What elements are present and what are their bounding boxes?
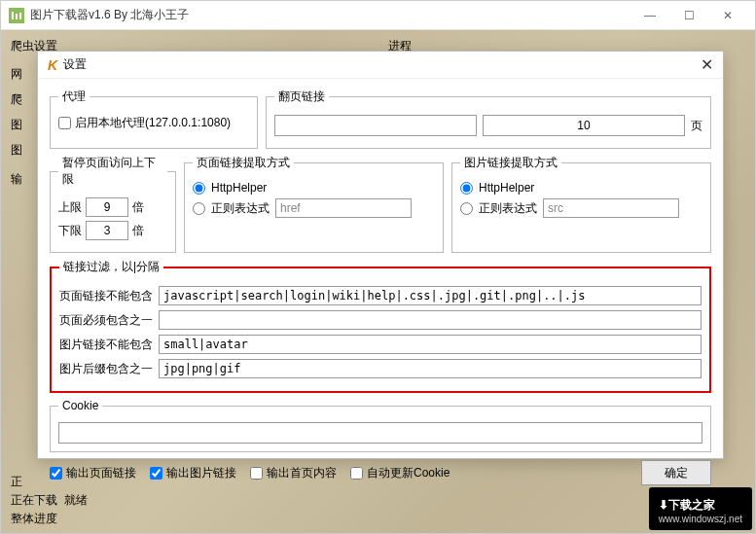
cookie-fieldset: Cookie [50,399,711,452]
auto-cookie-checkbox[interactable] [350,467,363,480]
dialog-titlebar: K 设置 ✕ [38,52,723,79]
watermark: ⬇下载之家 www.windowszj.net [649,487,752,530]
img-extract-http-radio[interactable] [460,182,473,195]
pagelink-url-input[interactable] [274,115,477,136]
dialog-icon: K [48,57,57,73]
enable-proxy-checkbox[interactable] [58,117,71,129]
window-title: 图片下载器v1.6 By 北海小王子 [30,7,630,23]
proxy-fieldset: 代理 启用本地代理(127.0.0.1:1080) [50,89,258,149]
out-home-checkbox[interactable] [250,467,263,480]
titlebar: 图片下载器v1.6 By 北海小王子 — ☐ ✕ [1,1,755,30]
page-exclude-input[interactable] [159,286,702,305]
pause-upper-input[interactable] [86,197,128,217]
pagelink-fieldset: 翻页链接 页 [266,89,711,149]
download-arrow-icon: ⬇ [659,498,668,512]
img-extract-regex-radio[interactable] [460,202,473,215]
pause-fieldset: 暂停页面访问上下限 上限 倍 下限 倍 [50,155,176,253]
pagelink-count-input[interactable] [483,115,685,136]
ok-button[interactable]: 确定 [641,460,711,485]
maximize-button[interactable]: ☐ [669,1,708,30]
img-extract-fieldset: 图片链接提取方式 HttpHelper 正则表达式 [451,155,711,253]
side-labels: 网 爬 图 图 输 [11,63,22,194]
img-extract-regex-input[interactable] [543,198,679,218]
page-extract-regex-radio[interactable] [193,202,205,215]
img-exclude-input[interactable] [159,335,702,354]
filter-fieldset: 链接过滤，以|分隔 页面链接不能包含 页面必须包含之一 图片链接不能包含 图片后… [50,259,711,393]
dialog-close-button[interactable]: ✕ [701,55,713,74]
pause-lower-input[interactable] [86,221,128,240]
page-extract-http-radio[interactable] [193,182,205,195]
dialog-title: 设置 [63,56,701,73]
out-img-checkbox[interactable] [150,467,162,480]
page-extract-regex-input[interactable] [275,198,412,218]
cookie-input[interactable] [58,422,702,444]
app-icon [9,8,24,23]
minimize-button[interactable]: — [630,1,669,30]
settings-dialog: K 设置 ✕ 代理 启用本地代理(127.0.0.1:1080) 翻页链接 页 [37,51,724,459]
out-page-checkbox[interactable] [50,467,62,480]
close-button[interactable]: ✕ [708,1,747,30]
img-suffix-input[interactable] [159,359,702,378]
page-extract-fieldset: 页面链接提取方式 HttpHelper 正则表达式 [184,155,444,253]
page-include-input[interactable] [159,310,702,330]
